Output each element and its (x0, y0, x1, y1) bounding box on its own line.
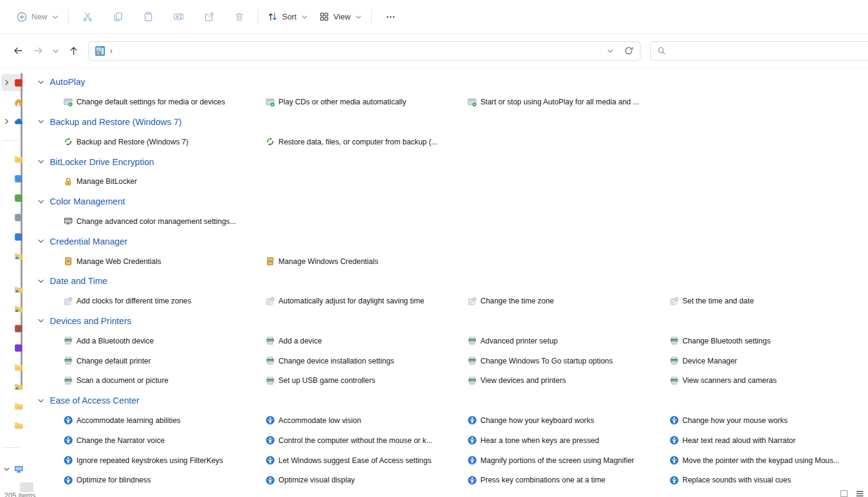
task-item-label: Let Windows suggest Ease of Access setti… (278, 456, 431, 465)
toolbar-divider (68, 9, 69, 25)
task-item-set-up-usb-game-controllers[interactable]: Set up USB game controllers (266, 376, 468, 385)
sidebar-item[interactable] (0, 459, 24, 479)
printer-icon (266, 376, 275, 385)
task-item-move-the-pointer-with-the-keypad-using-mous[interactable]: Move the pointer with the keypad using M… (670, 456, 868, 465)
group-header-bitlocker-drive-encryption[interactable]: BitLocker Drive Encryption (33, 152, 868, 172)
refresh-button[interactable] (619, 42, 638, 59)
task-item-scan-a-document-or-picture[interactable]: Scan a document or picture (64, 376, 266, 385)
task-item-accommodate-low-vision[interactable]: Accommodate low vision (266, 416, 468, 425)
list-view-icon[interactable] (855, 489, 864, 497)
forward-button[interactable] (28, 41, 49, 61)
task-item-manage-windows-credentials[interactable]: Manage Windows Credentials (266, 257, 468, 266)
task-item-add-a-bluetooth-device[interactable]: Add a Bluetooth device (64, 336, 266, 345)
task-item-manage-bitlocker[interactable]: Manage BitLocker (64, 177, 266, 186)
task-item-manage-web-credentials[interactable]: Manage Web Credentials (64, 257, 266, 266)
credential-icon (64, 257, 73, 266)
folder-icon (14, 155, 23, 164)
up-button[interactable] (63, 41, 84, 61)
task-item-change-device-installation-settings[interactable]: Change device installation settings (266, 356, 468, 365)
rename-button[interactable] (163, 5, 193, 29)
task-item-label: Ignore repeated keystrokes using FilterK… (76, 456, 223, 465)
task-item-hear-a-tone-when-keys-are-pressed[interactable]: Hear a tone when keys are pressed (468, 436, 670, 445)
group-header-color-management[interactable]: Color Management (33, 192, 868, 212)
sidebar-item[interactable] (0, 416, 24, 435)
datetime-icon (670, 297, 679, 306)
group-title: AutoPlay (50, 77, 85, 87)
new-button[interactable]: New (11, 5, 64, 29)
paste-button[interactable] (133, 5, 163, 29)
search-input[interactable] (670, 41, 868, 61)
task-item-accommodate-learning-abilities[interactable]: Accommodate learning abilities (64, 416, 266, 425)
cut-button[interactable] (72, 5, 103, 29)
group-header-devices-and-printers[interactable]: Devices and Printers (33, 311, 868, 331)
chevron-down-icon (38, 238, 44, 245)
chevron-right-icon[interactable] (2, 118, 12, 125)
ease-of-access-icon (670, 416, 679, 425)
back-button[interactable] (7, 41, 28, 61)
sidebar-horizontal-scrollbar[interactable] (20, 482, 35, 492)
task-item-advanced-printer-setup[interactable]: Advanced printer setup (468, 336, 670, 345)
task-item-label: Control the computer without the mouse o… (278, 436, 432, 445)
task-item-set-the-time-and-date[interactable]: Set the time and date (670, 297, 868, 306)
task-item-magnify-portions-of-the-screen-using-magnifier[interactable]: Magnify portions of the screen using Mag… (468, 456, 670, 465)
chevron-down-icon (38, 278, 44, 285)
task-item-label: Advanced printer setup (480, 337, 557, 345)
details-view-icon[interactable] (839, 489, 849, 497)
sort-button[interactable]: Sort (262, 5, 314, 29)
view-button[interactable]: View (314, 5, 368, 29)
task-item-hear-text-read-aloud-with-narrator[interactable]: Hear text read aloud with Narrator (670, 436, 868, 445)
task-item-let-windows-suggest-ease-of-access-settings[interactable]: Let Windows suggest Ease of Access setti… (266, 456, 468, 465)
task-item-ignore-repeated-keystrokes-using-filterkeys[interactable]: Ignore repeated keystrokes using FilterK… (64, 456, 266, 465)
group-header-backup-and-restore-windows-7[interactable]: Backup and Restore (Windows 7) (33, 112, 868, 132)
task-item-automatically-adjust-for-daylight-saving-time[interactable]: Automatically adjust for daylight saving… (266, 297, 468, 306)
chevron-right-icon[interactable] (2, 79, 12, 86)
recent-locations-button[interactable] (49, 41, 63, 61)
address-dropdown-button[interactable] (601, 42, 619, 59)
group-header-autoplay[interactable]: AutoPlay (33, 72, 868, 92)
task-item-replace-sounds-with-visual-cues[interactable]: Replace sounds with visual cues (670, 476, 868, 485)
task-item-change-default-printer[interactable]: Change default printer (64, 356, 266, 365)
ease-of-access-icon (266, 456, 275, 465)
task-item-view-scanners-and-cameras[interactable]: View scanners and cameras (670, 376, 868, 385)
task-item-start-or-stop-using-autoplay-for-all-media-and[interactable]: Start or stop using AutoPlay for all med… (468, 98, 670, 107)
task-item-restore-data-files-or-computer-from-backup[interactable]: Restore data, files, or computer from ba… (266, 137, 468, 146)
more-options-button[interactable] (375, 5, 406, 29)
chevron-down-icon (355, 13, 362, 21)
group-header-date-and-time[interactable]: Date and Time (33, 271, 868, 291)
task-item-change-default-settings-for-media-or-devices[interactable]: Change default settings for media or dev… (64, 98, 266, 107)
task-item-change-bluetooth-settings[interactable]: Change Bluetooth settings (670, 336, 868, 345)
task-item-change-the-narrator-voice[interactable]: Change the Narrator voice (64, 436, 266, 445)
group-header-ease-of-access-center[interactable]: Ease of Access Center (33, 391, 868, 411)
breadcrumb-chevron[interactable]: › (110, 46, 112, 55)
group-header-credential-manager[interactable]: Credential Manager (33, 231, 868, 251)
task-item-play-cds-or-other-media-automatically[interactable]: Play CDs or other media automatically (266, 98, 468, 107)
address-bar[interactable]: › (89, 41, 641, 61)
task-item-backup-and-restore-windows-7[interactable]: Backup and Restore (Windows 7) (64, 137, 266, 146)
task-row: Scan a document or pictureSet up USB gam… (33, 371, 868, 391)
task-item-optimize-visual-display[interactable]: Optimize visual display (266, 476, 468, 485)
task-item-change-how-your-keyboard-works[interactable]: Change how your keyboard works (468, 416, 670, 425)
chevron-down-icon[interactable] (2, 465, 12, 473)
task-item-press-key-combinations-one-at-a-time[interactable]: Press key combinations one at a time (468, 476, 670, 485)
search-box[interactable] (650, 41, 868, 61)
copy-button[interactable] (103, 5, 133, 29)
task-item-change-the-time-zone[interactable]: Change the time zone (468, 297, 670, 306)
task-item-control-the-computer-without-the-mouse-or-k[interactable]: Control the computer without the mouse o… (266, 436, 468, 445)
task-item-optimize-for-blindness[interactable]: Optimize for blindness (64, 476, 266, 485)
task-item-change-how-your-mouse-works[interactable]: Change how your mouse works (670, 416, 868, 425)
task-item-view-devices-and-printers[interactable]: View devices and printers (468, 376, 670, 385)
autoplay-icon (468, 98, 477, 107)
delete-button[interactable] (224, 5, 254, 29)
task-item-label: Change the time zone (480, 297, 554, 305)
task-item-change-advanced-color-management-settings[interactable]: Change advanced color management setting… (64, 217, 266, 226)
task-item-label: Change device installation settings (278, 357, 394, 365)
sidebar-item[interactable] (0, 396, 24, 416)
task-item-add-a-device[interactable]: Add a device (266, 336, 468, 345)
task-item-label: Start or stop using AutoPlay for all med… (480, 98, 639, 106)
task-item-change-windows-to-go-startup-options[interactable]: Change Windows To Go startup options (468, 356, 670, 365)
paste-icon (143, 12, 153, 22)
task-item-add-clocks-for-different-time-zones[interactable]: Add clocks for different time zones (64, 297, 266, 306)
task-item-label: Change the Narrator voice (76, 436, 164, 445)
task-item-device-manager[interactable]: Device Manager (670, 356, 868, 365)
share-button[interactable] (193, 5, 224, 29)
